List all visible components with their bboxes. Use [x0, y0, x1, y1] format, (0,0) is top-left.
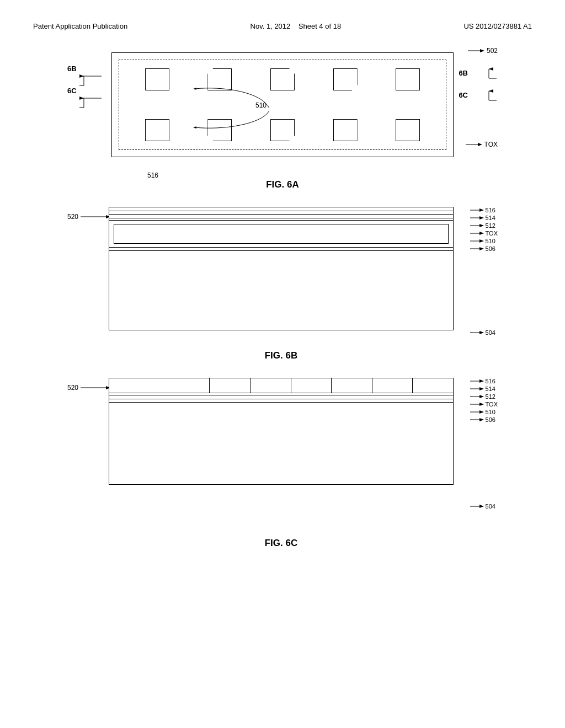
svg-marker-24 — [479, 208, 484, 212]
fig6a-arrows-svg — [112, 53, 453, 157]
svg-marker-26 — [479, 216, 484, 220]
rl-510-6c: 510 — [470, 409, 498, 415]
layer-510-inner — [114, 224, 449, 244]
rl-516-6c: 516 — [470, 378, 498, 384]
arrow-rl-510 — [470, 238, 484, 244]
arrow-rl-516-6c — [470, 378, 484, 384]
svg-marker-44 — [479, 395, 484, 398]
arrow-rl-514 — [470, 215, 484, 221]
label-516-6a: 516 — [147, 172, 158, 179]
arrow-rl-506-6c — [470, 417, 484, 422]
fig6a-title: FIG. 6A — [111, 179, 454, 190]
seg-4 — [332, 378, 372, 393]
arrow-520-6b-svg — [81, 211, 111, 222]
arrow-6c-left-svg — [79, 94, 107, 110]
svg-marker-6 — [79, 74, 84, 78]
seg-1 — [210, 378, 250, 393]
right-labels-6b: 516 514 512 TOX 510 506 — [470, 207, 498, 336]
label-520-6c: 520 — [67, 382, 111, 393]
label-6c-right: 6C — [459, 87, 498, 103]
rl-512: 512 — [470, 222, 498, 229]
layer-510 — [109, 220, 454, 248]
svg-marker-34 — [479, 247, 484, 250]
layer-504-6c — [109, 402, 454, 485]
label-520-6b: 520 — [67, 211, 111, 222]
header-left: Patent Application Publication — [33, 22, 127, 30]
label-6b-right: 6B — [459, 65, 498, 81]
svg-marker-50 — [479, 418, 484, 421]
arrow-rl-tox-6c — [470, 402, 484, 407]
rl-514: 514 — [470, 215, 498, 221]
arrow-rl-510-6c — [470, 409, 484, 415]
svg-marker-4 — [478, 143, 482, 146]
arrow-rl-512 — [470, 223, 484, 228]
arrow-502-svg — [468, 47, 484, 55]
rl-506-6c: 506 — [470, 416, 498, 423]
svg-marker-40 — [479, 379, 484, 383]
seg-2 — [250, 378, 291, 393]
fig6b-title: FIG. 6B — [109, 350, 454, 361]
fig6b-section: 520 — [67, 207, 498, 361]
header-center: Nov. 1, 2012 Sheet 4 of 18 — [250, 22, 342, 30]
fig6a-section: 510 502 TOX 6B — [67, 47, 498, 190]
svg-marker-32 — [479, 239, 484, 243]
rl-504: 504 — [470, 329, 498, 336]
svg-marker-52 — [479, 505, 484, 508]
label-6b-left: 6B — [67, 65, 77, 73]
rl-516: 516 — [470, 207, 498, 213]
svg-marker-46 — [479, 403, 484, 406]
arrow-rl-504-6c — [470, 504, 484, 509]
arrow-6b-left — [79, 72, 107, 89]
fig6c-section: 520 — [67, 378, 498, 549]
header: Patent Application Publication Nov. 1, 2… — [33, 22, 532, 30]
seg-3 — [291, 378, 332, 393]
rl-514-6c: 514 — [470, 386, 498, 392]
arrow-rl-504 — [470, 330, 484, 335]
svg-marker-42 — [479, 387, 484, 390]
label-tox-6a: TOX — [466, 141, 498, 148]
page: Patent Application Publication Nov. 1, 2… — [0, 0, 565, 728]
right-labels-6c: 516 514 512 TOX 510 506 — [470, 378, 498, 510]
svg-marker-10 — [79, 97, 84, 100]
arrow-rl-512-6c — [470, 394, 484, 399]
label-502: 502 — [468, 47, 498, 55]
seg-wide-left — [109, 378, 210, 393]
arrow-520-6c-svg — [81, 382, 111, 393]
svg-marker-48 — [479, 410, 484, 414]
arrow-tox-svg — [466, 141, 482, 148]
fig6c-layers — [109, 378, 454, 485]
arrow-rl-506 — [470, 246, 484, 251]
seg-6 — [413, 378, 453, 393]
arrow-rl-tox — [470, 231, 484, 236]
fig6c-title: FIG. 6C — [109, 538, 454, 549]
arrow-rl-514-6c — [470, 386, 484, 392]
rl-504-6c: 504 — [470, 503, 498, 510]
arrow-6b-right-svg — [470, 65, 498, 81]
arrow-6c-left — [79, 94, 107, 111]
arrow-rl-516 — [470, 207, 484, 213]
fig6b-layers — [109, 207, 454, 330]
svg-marker-2 — [480, 49, 484, 52]
fig6a-outer: 510 — [111, 52, 454, 157]
rl-tox-6c: TOX — [470, 401, 498, 408]
layer-504 — [109, 250, 454, 330]
svg-marker-28 — [479, 224, 484, 227]
rl-tox: TOX — [470, 230, 498, 237]
svg-marker-30 — [479, 232, 484, 235]
arrow-6b-left-svg — [79, 72, 107, 88]
arrow-6c-right-svg — [470, 87, 498, 103]
rl-506: 506 — [470, 245, 498, 252]
label-6c-left: 6C — [67, 87, 77, 95]
rl-512-6c: 512 — [470, 393, 498, 400]
seg-5 — [372, 378, 413, 393]
seg-row-top — [109, 378, 454, 393]
svg-marker-36 — [479, 331, 484, 334]
rl-510: 510 — [470, 238, 498, 244]
header-right: US 2012/0273881 A1 — [463, 22, 532, 30]
